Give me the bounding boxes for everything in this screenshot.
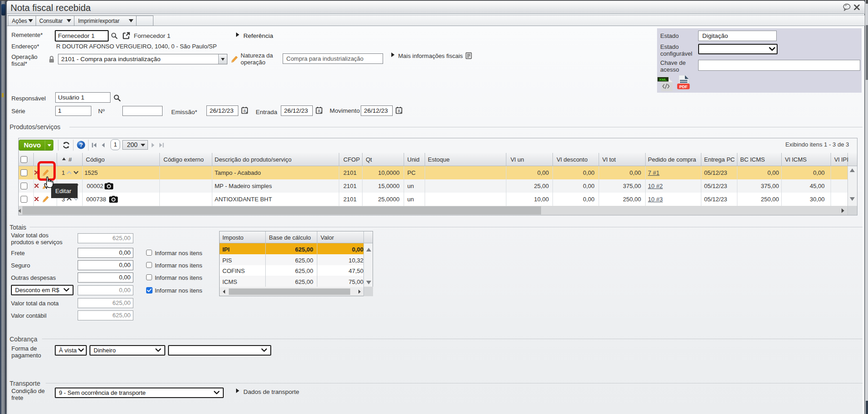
svg-text:XML: XML [659,78,667,82]
svg-text:8: 8 [318,109,320,113]
svg-text:?: ? [79,142,83,148]
svg-text:8: 8 [243,109,246,113]
svg-text:8: 8 [398,109,400,113]
svg-text:PDF: PDF [679,84,688,89]
